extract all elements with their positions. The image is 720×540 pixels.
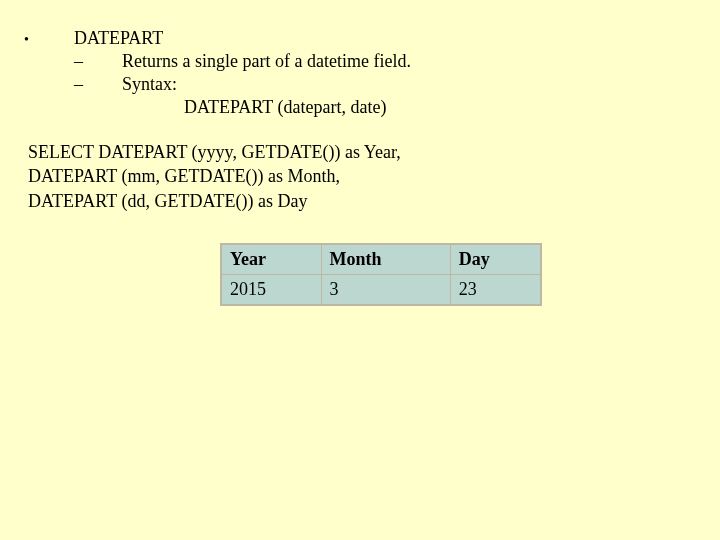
cell-day: 23 <box>450 274 541 305</box>
bullet-l3-text: DATEPART (datepart, date) <box>184 97 386 117</box>
sql-line-3: DATEPART (dd, GETDATE()) as Day <box>28 189 696 213</box>
table-header-row: Year Month Day <box>221 244 541 275</box>
bullet-l1-text: DATEPART <box>74 28 696 49</box>
sql-code-block: SELECT DATEPART (yyyy, GETDATE()) as Yea… <box>28 140 696 213</box>
col-header-month: Month <box>321 244 450 275</box>
sql-line-2: DATEPART (mm, GETDATE()) as Month, <box>28 164 696 188</box>
cell-month: 3 <box>321 274 450 305</box>
bullet-l1-marker: • <box>24 32 74 48</box>
cell-year: 2015 <box>221 274 321 305</box>
sql-line-1: SELECT DATEPART (yyyy, GETDATE()) as Yea… <box>28 140 696 164</box>
bullet-l2a-text: Returns a single part of a datetime fiel… <box>122 51 696 72</box>
bullet-l2a-marker: – <box>74 51 122 72</box>
col-header-day: Day <box>450 244 541 275</box>
bullet-l2b-marker: – <box>74 74 122 95</box>
table-row: 2015 3 23 <box>221 274 541 305</box>
col-header-year: Year <box>221 244 321 275</box>
result-table: Year Month Day 2015 3 23 <box>220 243 542 306</box>
bullet-l2b-text: Syntax: <box>122 74 696 95</box>
